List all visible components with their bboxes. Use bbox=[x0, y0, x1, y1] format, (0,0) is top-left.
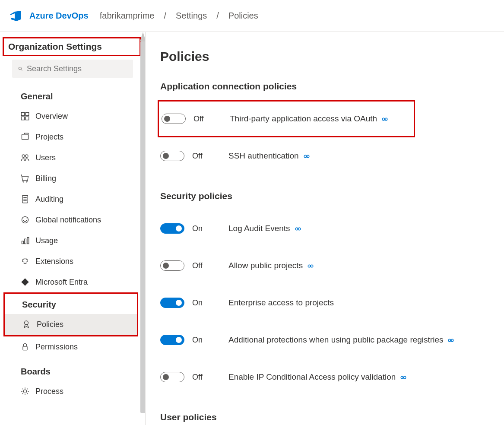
sidebar-item-label: Microsoft Entra bbox=[35, 278, 88, 287]
policy-row: OffEnable IP Conditional Access policy v… bbox=[160, 358, 504, 396]
breadcrumb-settings[interactable]: Settings bbox=[176, 11, 207, 21]
search-settings[interactable] bbox=[12, 60, 133, 78]
policy-toggle[interactable] bbox=[160, 151, 184, 161]
sidebar-item-overview[interactable]: Overview bbox=[0, 106, 145, 127]
svg-line-1 bbox=[21, 70, 22, 71]
policy-label: Enable IP Conditional Access policy vali… bbox=[228, 372, 407, 382]
external-link-icon[interactable] bbox=[447, 337, 454, 344]
policy-row: OnEnterprise access to projects bbox=[160, 284, 504, 321]
sidebar-item-notifications[interactable]: Global notifications bbox=[0, 209, 145, 230]
external-link-icon[interactable] bbox=[400, 374, 407, 381]
sidebar: Organization Settings General Overview P… bbox=[0, 32, 146, 425]
extensions-icon bbox=[21, 257, 29, 266]
policies-icon bbox=[22, 320, 31, 329]
toggle-knob-icon bbox=[163, 263, 169, 269]
svg-rect-19 bbox=[25, 239, 26, 244]
entra-icon bbox=[21, 278, 29, 286]
sidebar-item-label: Overview bbox=[35, 112, 68, 121]
policy-toggle[interactable] bbox=[162, 114, 186, 124]
external-link-icon[interactable] bbox=[307, 263, 314, 270]
external-link-icon[interactable] bbox=[303, 153, 310, 160]
notifications-icon bbox=[21, 216, 29, 224]
sidebar-item-policies[interactable]: Policies bbox=[5, 314, 137, 335]
toggle-knob-icon bbox=[163, 374, 169, 380]
process-icon bbox=[21, 387, 29, 396]
sidebar-item-billing[interactable]: Billing bbox=[0, 168, 145, 189]
section-heading: User policies bbox=[160, 412, 504, 422]
breadcrumb-separator: / bbox=[216, 11, 219, 21]
sidebar-item-label: Users bbox=[35, 153, 56, 162]
svg-rect-18 bbox=[22, 241, 24, 244]
policy-section: Application connection policiesOffThird-… bbox=[160, 81, 504, 174]
scrollbar-track[interactable] bbox=[140, 41, 146, 413]
svg-point-8 bbox=[25, 155, 28, 157]
svg-rect-3 bbox=[25, 112, 29, 116]
sidebar-item-label: Policies bbox=[37, 320, 63, 329]
policy-row: OnAdditional protections when using publ… bbox=[160, 321, 504, 358]
policy-label: Enterprise access to projects bbox=[228, 298, 334, 308]
svg-rect-20 bbox=[27, 238, 29, 244]
policy-row: OffThird-party application access via OA… bbox=[158, 100, 415, 137]
policy-toggle[interactable] bbox=[160, 223, 184, 234]
policy-section: User policies bbox=[160, 412, 504, 422]
sidebar-item-permissions[interactable]: Permissions bbox=[0, 336, 145, 357]
toggle-knob-icon bbox=[176, 300, 182, 306]
page-title: Policies bbox=[160, 49, 504, 64]
main-content: Policies Application connection policies… bbox=[146, 32, 504, 425]
svg-point-9 bbox=[23, 181, 24, 182]
svg-point-16 bbox=[24, 219, 24, 219]
scroll-up-arrow-icon[interactable] bbox=[140, 32, 146, 41]
sidebar-section-security: Security bbox=[5, 294, 137, 314]
sidebar-item-users[interactable]: Users bbox=[0, 147, 145, 168]
toggle-knob-icon bbox=[176, 225, 182, 232]
auditing-icon bbox=[21, 195, 29, 203]
billing-icon bbox=[21, 174, 29, 183]
brand-link[interactable]: Azure DevOps bbox=[29, 11, 89, 21]
toggle-state-label: Off bbox=[186, 114, 230, 124]
sidebar-item-usage[interactable]: Usage bbox=[0, 230, 145, 251]
breadcrumb-org[interactable]: fabrikamprime bbox=[100, 11, 155, 21]
sidebar-section-general: General bbox=[0, 82, 145, 106]
policy-section: Security policiesOnLog Audit EventsOffAl… bbox=[160, 191, 504, 396]
sidebar-item-process[interactable]: Process bbox=[0, 381, 145, 402]
sidebar-item-label: Extensions bbox=[35, 257, 73, 266]
usage-icon bbox=[21, 236, 29, 245]
sidebar-item-label: Global notifications bbox=[35, 216, 101, 225]
external-link-icon[interactable] bbox=[295, 225, 301, 232]
azure-devops-logo-icon bbox=[9, 9, 22, 23]
svg-point-10 bbox=[26, 181, 28, 182]
policy-toggle[interactable] bbox=[160, 298, 184, 308]
svg-rect-22 bbox=[23, 346, 27, 350]
svg-point-15 bbox=[22, 217, 29, 223]
policy-toggle[interactable] bbox=[160, 372, 184, 382]
policy-toggle[interactable] bbox=[160, 335, 184, 345]
svg-rect-6 bbox=[22, 134, 29, 140]
sidebar-item-auditing[interactable]: Auditing bbox=[0, 189, 145, 209]
policy-toggle[interactable] bbox=[160, 260, 184, 271]
sidebar-item-label: Permissions bbox=[35, 343, 78, 352]
overview-icon bbox=[21, 112, 29, 121]
policy-label: Third-party application access via OAuth bbox=[230, 114, 388, 124]
topbar: Azure DevOps fabrikamprime / Settings / … bbox=[0, 0, 504, 32]
toggle-state-label: Off bbox=[184, 152, 228, 161]
sidebar-item-label: Usage bbox=[35, 236, 58, 245]
projects-icon bbox=[21, 133, 29, 141]
policy-row: OnLog Audit Events bbox=[160, 210, 504, 247]
org-settings-title: Organization Settings bbox=[8, 41, 135, 52]
svg-point-21 bbox=[25, 321, 29, 325]
toggle-state-label: On bbox=[184, 298, 228, 308]
policy-label: Log Audit Events bbox=[228, 224, 301, 233]
svg-point-23 bbox=[23, 390, 27, 393]
svg-point-0 bbox=[19, 67, 21, 70]
sidebar-item-extensions[interactable]: Extensions bbox=[0, 251, 145, 272]
section-heading: Application connection policies bbox=[160, 81, 504, 92]
sidebar-item-projects[interactable]: Projects bbox=[0, 127, 145, 147]
breadcrumb-separator: / bbox=[164, 11, 166, 21]
svg-rect-5 bbox=[25, 117, 29, 120]
sidebar-item-entra[interactable]: Microsoft Entra bbox=[0, 272, 145, 292]
sidebar-item-label: Projects bbox=[35, 133, 63, 142]
search-input[interactable] bbox=[27, 64, 127, 73]
external-link-icon[interactable] bbox=[381, 116, 388, 123]
toggle-knob-icon bbox=[163, 153, 169, 159]
toggle-knob-icon bbox=[176, 337, 182, 343]
